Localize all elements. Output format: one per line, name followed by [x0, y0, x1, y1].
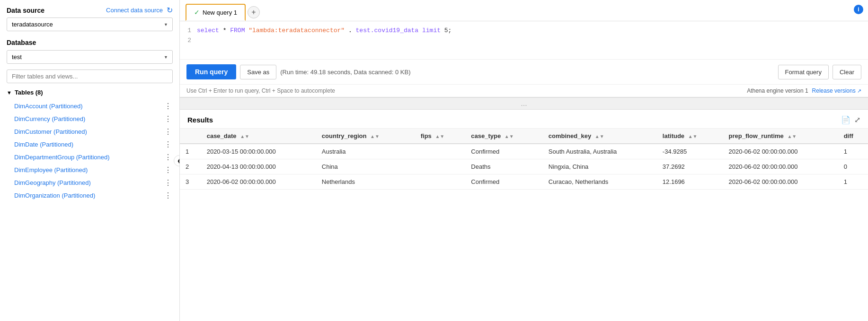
cell-country-region: China [316, 159, 415, 174]
sort-icon-case-type: ▲▼ [505, 134, 514, 139]
col-header-prep-flow-runtime[interactable]: prep_flow_runtime ▲▼ [723, 129, 838, 144]
database-label: Database [7, 39, 173, 46]
table-name[interactable]: DimDepartmentGroup (Partitioned) [14, 154, 110, 161]
expand-icon[interactable]: ⤢ [854, 115, 860, 124]
query-area: ✓ New query 1 + 1 2 select * FROM "lambd… [180, 0, 868, 97]
cell-fips [415, 159, 466, 174]
table-options-icon[interactable]: ⋮ [164, 114, 173, 123]
resize-handle[interactable]: … [180, 97, 868, 110]
database-select[interactable]: test [7, 50, 173, 64]
col-header-latitude[interactable]: latitude ▲▼ [657, 129, 723, 144]
cell-diff: 1 [838, 174, 868, 190]
engine-version: Athena engine version 1 [747, 87, 808, 94]
sql-editor[interactable]: 1 2 select * FROM "lambda:teradataconnec… [180, 21, 868, 59]
run-query-button[interactable]: Run query [186, 64, 236, 79]
table-row[interactable]: DimCustomer (Partitioned) ⋮ [7, 125, 173, 138]
table-name[interactable]: DimEmployee (Partitioned) [14, 166, 88, 174]
engine-info: Athena engine version 1 Release versions… [747, 87, 861, 94]
sql-keyword-limit: limit [422, 27, 441, 34]
line-numbers: 1 2 [186, 26, 197, 54]
cell-country-region: Australia [316, 144, 415, 159]
cell-case-type: Deaths [465, 159, 542, 174]
table-name[interactable]: DimCustomer (Partitioned) [14, 128, 87, 135]
cell-row-num: 2 [180, 159, 201, 174]
table-row[interactable]: DimGeography (Partitioned) ⋮ [7, 176, 173, 189]
sort-icon-fips: ▲▼ [435, 134, 444, 139]
sidebar-collapse-button[interactable]: ❮ [174, 155, 180, 166]
table-name[interactable]: DimGeography (Partitioned) [14, 179, 91, 186]
cell-prep-flow-runtime: 2020-06-02 00:00:00.000 [723, 144, 838, 159]
cell-row-num: 3 [180, 174, 201, 190]
sort-icon-latitude: ▲▼ [688, 134, 698, 139]
table-options-icon[interactable]: ⋮ [164, 165, 173, 174]
save-as-button[interactable]: Save as [240, 65, 276, 79]
table-row: 3 2020-06-02 00:00:00.000 Netherlands Co… [180, 174, 868, 190]
refresh-icon[interactable]: ↻ [167, 6, 173, 15]
clear-button[interactable]: Clear [833, 65, 861, 79]
sort-icon-prep: ▲▼ [787, 134, 797, 139]
tables-header[interactable]: ▼ Tables (8) [7, 89, 173, 96]
format-query-button[interactable]: Format query [778, 65, 829, 79]
download-icon[interactable]: 📄 [841, 115, 850, 124]
col-header-case-date[interactable]: case_date ▲▼ [201, 129, 316, 144]
cell-case-type: Confirmed [465, 174, 542, 190]
cell-fips [415, 174, 466, 190]
col-header-row-num[interactable] [180, 129, 201, 144]
cell-country-region: Netherlands [316, 174, 415, 190]
table-options-icon[interactable]: ⋮ [164, 140, 173, 149]
external-link-icon: ↗ [857, 88, 861, 94]
cell-case-type: Confirmed [465, 144, 542, 159]
datasource-label: Data source [7, 7, 44, 14]
table-row: 1 2020-03-15 00:00:00.000 Australia Conf… [180, 144, 868, 159]
cell-combined-key: Ningxia, China [543, 159, 657, 174]
sort-asc-icon: ▲▼ [240, 134, 249, 139]
tables-list: DimAccount (Partitioned) ⋮ DimCurrency (… [7, 100, 173, 202]
results-area: Results 📄 ⤢ case_date ▲▼ country_region … [180, 110, 868, 321]
filter-tables-input[interactable] [7, 69, 173, 83]
table-options-icon[interactable]: ⋮ [164, 102, 173, 111]
sql-table-ref: test.covid19_data [356, 27, 419, 34]
cell-fips [415, 144, 466, 159]
sort-icon-combined-key: ▲▼ [595, 134, 604, 139]
col-header-fips[interactable]: fips ▲▼ [415, 129, 466, 144]
results-title: Results [187, 116, 213, 124]
table-row[interactable]: DimOrganization (Partitioned) ⋮ [7, 189, 173, 202]
release-versions-link[interactable]: Release versions ↗ [812, 87, 861, 94]
col-header-case-type[interactable]: case_type ▲▼ [465, 129, 542, 144]
tab-check-icon: ✓ [194, 9, 200, 16]
table-name[interactable]: DimAccount (Partitioned) [14, 103, 83, 110]
table-name[interactable]: DimCurrency (Partitioned) [14, 115, 85, 122]
cell-case-date: 2020-04-13 00:00:00.000 [201, 159, 316, 174]
cell-diff: 1 [838, 144, 868, 159]
sql-keyword-select: select [197, 27, 219, 34]
table-options-icon[interactable]: ⋮ [164, 153, 173, 162]
table-name[interactable]: DimDate (Partitioned) [14, 141, 73, 148]
query-toolbar: Run query Save as (Run time: 49.18 secon… [180, 59, 868, 84]
table-options-icon[interactable]: ⋮ [164, 178, 173, 187]
table-name[interactable]: DimOrganization (Partitioned) [14, 192, 95, 199]
query-tab-active[interactable]: ✓ New query 1 [186, 4, 246, 21]
table-row[interactable]: DimCurrency (Partitioned) ⋮ [7, 113, 173, 125]
cell-prep-flow-runtime: 2020-06-02 00:00:00.000 [723, 159, 838, 174]
col-header-diff[interactable]: diff [838, 129, 868, 144]
tab-label: New query 1 [203, 9, 237, 16]
connect-datasource-link[interactable]: Connect data source [106, 7, 163, 14]
cell-row-num: 1 [180, 144, 201, 159]
tables-count-label: Tables (8) [15, 89, 43, 96]
table-row[interactable]: DimEmployee (Partitioned) ⋮ [7, 164, 173, 176]
hint-text: Use Ctrl + Enter to run query, Ctrl + Sp… [186, 87, 335, 94]
col-header-combined-key[interactable]: combined_key ▲▼ [543, 129, 657, 144]
table-options-icon[interactable]: ⋮ [164, 191, 173, 200]
table-options-icon[interactable]: ⋮ [164, 127, 173, 136]
sort-desc-icon: ▲▼ [370, 134, 380, 139]
add-tab-button[interactable]: + [248, 6, 260, 18]
datasource-select[interactable]: teradatasource [7, 17, 173, 31]
table-row[interactable]: DimDate (Partitioned) ⋮ [7, 138, 173, 151]
cell-combined-key: South Australia, Australia [543, 144, 657, 159]
info-icon[interactable]: i [854, 5, 863, 14]
col-header-country-region[interactable]: country_region ▲▼ [316, 129, 415, 144]
cell-case-date: 2020-06-02 00:00:00.000 [201, 174, 316, 190]
table-row[interactable]: DimAccount (Partitioned) ⋮ [7, 100, 173, 113]
table-row[interactable]: DimDepartmentGroup (Partitioned) ⋮ [7, 151, 173, 164]
results-tbody: 1 2020-03-15 00:00:00.000 Australia Conf… [180, 144, 868, 190]
